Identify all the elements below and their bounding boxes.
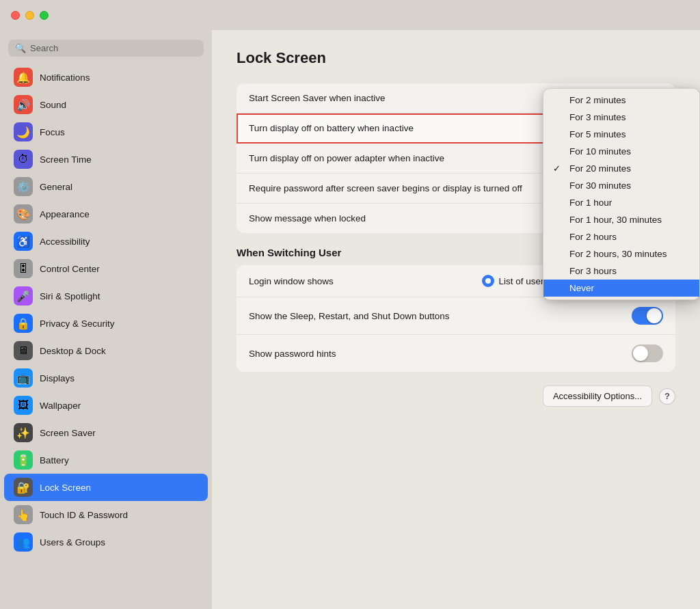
screensaver-icon: ✨ [14, 423, 33, 442]
dropdown-label-10min: For 10 minutes [569, 146, 631, 157]
sidebar-item-wallpaper[interactable]: 🖼Wallpaper [4, 392, 208, 419]
checkmark-20min: ✓ [553, 163, 564, 174]
radio-list-users-circle[interactable] [482, 275, 494, 287]
battery-icon: 🔋 [14, 450, 33, 470]
sidebar-item-screentime[interactable]: ⏱Screen Time [4, 146, 208, 173]
dropdown-item-5min[interactable]: ✓For 5 minutes [543, 126, 699, 143]
sidebar-label-lockscreen: Lock Screen [40, 483, 91, 493]
dropdown-item-2hr30[interactable]: ✓For 2 hours, 30 minutes [543, 245, 699, 262]
dropdown-label-never: Never [569, 283, 594, 293]
dropdown-label-3min: For 3 minutes [569, 112, 626, 122]
siri-icon: 🎤 [14, 286, 33, 306]
time-dropdown-popup: ✓For 2 minutes✓For 3 minutes✓For 5 minut… [543, 88, 700, 300]
accessibility-options-button[interactable]: Accessibility Options... [543, 385, 652, 407]
page-title: Lock Screen [237, 49, 675, 67]
sidebar-label-focus: Focus [40, 127, 65, 137]
dropdown-label-5min: For 5 minutes [569, 129, 626, 139]
sidebar-label-controlcenter: Control Center [40, 264, 100, 274]
sidebar-label-notifications: Notifications [40, 72, 90, 83]
dropdown-label-2min: For 2 minutes [569, 95, 626, 105]
focus-icon: 🌙 [14, 122, 33, 141]
displays-icon: 📺 [14, 368, 33, 388]
minimize-button[interactable] [25, 11, 34, 20]
privacy-icon: 🔒 [14, 314, 33, 333]
dropdown-item-10min[interactable]: ✓For 10 minutes [543, 143, 699, 160]
sound-icon: 🔊 [14, 95, 33, 114]
sidebar-item-displays[interactable]: 📺Displays [4, 364, 208, 392]
sidebar-item-users[interactable]: 👥Users & Groups [4, 528, 208, 556]
sidebar-item-screensaver[interactable]: ✨Screen Saver [4, 419, 208, 446]
sidebar-item-appearance[interactable]: 🎨Appearance [4, 200, 208, 228]
titlebar [0, 0, 700, 30]
dropdown-item-30min[interactable]: ✓For 30 minutes [543, 177, 699, 194]
close-button[interactable] [11, 11, 20, 20]
sidebar-label-appearance: Appearance [40, 209, 90, 219]
password-hints-label: Show password hints [249, 349, 632, 359]
sidebar-item-lockscreen[interactable]: 🔐Lock Screen [4, 474, 208, 501]
sidebar-label-desktop: Desktop & Dock [40, 346, 106, 356]
dropdown-label-1hr30: For 1 hour, 30 minutes [569, 215, 662, 225]
bottom-actions: Accessibility Options... ? [237, 385, 675, 407]
search-box[interactable]: 🔍 Search [8, 40, 204, 57]
sidebar-label-displays: Displays [40, 373, 75, 383]
password-hints-row: Show password hints [237, 335, 675, 372]
sidebar-label-wallpaper: Wallpaper [40, 401, 81, 411]
controlcenter-icon: 🎛 [14, 259, 33, 278]
sidebar-label-touchid: Touch ID & Password [40, 510, 128, 520]
toggle-knob-hints [633, 346, 648, 361]
lockscreen-icon: 🔐 [14, 478, 33, 497]
general-icon: ⚙️ [14, 177, 33, 196]
sidebar-items-list: 🔔Notifications🔊Sound🌙Focus⏱Screen Time⚙️… [0, 64, 212, 556]
users-icon: 👥 [14, 532, 33, 552]
sidebar-item-general[interactable]: ⚙️General [4, 173, 208, 200]
sleep-restart-row: Show the Sleep, Restart, and Shut Down b… [237, 297, 675, 335]
touchid-icon: 👆 [14, 505, 33, 524]
sidebar-label-battery: Battery [40, 455, 69, 465]
sidebar-item-siri[interactable]: 🎤Siri & Spotlight [4, 282, 208, 310]
dropdown-item-3hr[interactable]: ✓For 3 hours [543, 262, 699, 280]
sidebar-item-desktop[interactable]: 🖥Desktop & Dock [4, 337, 208, 364]
dropdown-label-30min: For 30 minutes [569, 180, 631, 191]
dropdown-label-2hr30: For 2 hours, 30 minutes [569, 249, 667, 259]
sidebar-label-privacy: Privacy & Security [40, 319, 115, 329]
search-container: 🔍 Search [0, 36, 212, 64]
sidebar-item-touchid[interactable]: 👆Touch ID & Password [4, 501, 208, 528]
dropdown-label-3hr: For 3 hours [569, 266, 617, 276]
sidebar-label-users: Users & Groups [40, 537, 105, 547]
sidebar-item-focus[interactable]: 🌙Focus [4, 118, 208, 146]
sidebar-label-accessibility: Accessibility [40, 236, 90, 247]
dropdown-label-1hr: For 1 hour [569, 198, 612, 208]
sidebar-label-screentime: Screen Time [40, 154, 92, 165]
wallpaper-icon: 🖼 [14, 396, 33, 415]
sidebar-label-sound: Sound [40, 100, 66, 110]
radio-list-users[interactable]: List of users [482, 275, 548, 287]
dropdown-item-2min[interactable]: ✓For 2 minutes [543, 92, 699, 109]
dropdown-item-1hr[interactable]: ✓For 1 hour [543, 194, 699, 211]
dropdown-label-20min: For 20 minutes [569, 163, 631, 174]
sidebar-label-general: General [40, 182, 72, 192]
sidebar-item-sound[interactable]: 🔊Sound [4, 91, 208, 118]
password-hints-toggle[interactable] [632, 344, 663, 362]
toggle-knob [647, 308, 662, 323]
sidebar-label-siri: Siri & Spotlight [40, 291, 100, 301]
accessibility-icon: ♿ [14, 232, 33, 251]
sidebar-item-notifications[interactable]: 🔔Notifications [4, 64, 208, 91]
radio-list-users-label: List of users [498, 276, 548, 286]
help-button[interactable]: ? [659, 388, 675, 405]
maximize-button[interactable] [40, 11, 49, 20]
sidebar-item-controlcenter[interactable]: 🎛Control Center [4, 255, 208, 282]
dropdown-item-3min[interactable]: ✓For 3 minutes [543, 109, 699, 126]
dropdown-item-never[interactable]: ✓Never [543, 280, 699, 297]
desktop-icon: 🖥 [14, 341, 33, 360]
appearance-icon: 🎨 [14, 204, 33, 224]
search-icon: 🔍 [15, 43, 26, 53]
sidebar-item-battery[interactable]: 🔋Battery [4, 446, 208, 474]
dropdown-item-2hr[interactable]: ✓For 2 hours [543, 228, 699, 245]
search-input[interactable]: Search [30, 43, 58, 53]
sidebar-item-privacy[interactable]: 🔒Privacy & Security [4, 310, 208, 337]
sidebar-label-screensaver: Screen Saver [40, 428, 96, 438]
dropdown-item-20min[interactable]: ✓For 20 minutes [543, 160, 699, 177]
dropdown-item-1hr30[interactable]: ✓For 1 hour, 30 minutes [543, 211, 699, 228]
sleep-restart-toggle[interactable] [632, 307, 663, 325]
sidebar-item-accessibility[interactable]: ♿Accessibility [4, 228, 208, 255]
